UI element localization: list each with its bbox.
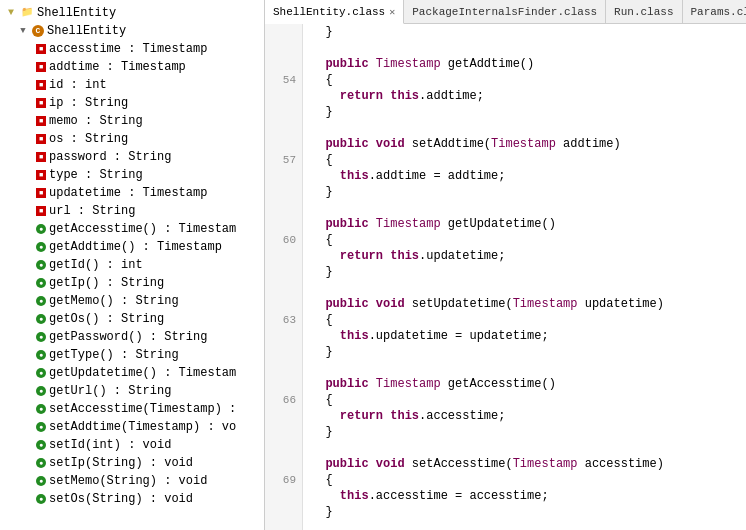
ln-blank [265, 328, 302, 344]
method-setAccesstime[interactable]: ● setAccesstime(Timestamp) : [0, 400, 264, 418]
field-memo[interactable]: ■ memo : String [0, 112, 264, 130]
code-editor[interactable]: 54 57 60 63 66 [265, 24, 746, 530]
ln-blank [265, 40, 302, 56]
tree-class-item[interactable]: ▼ C ShellEntity [0, 22, 264, 40]
field-icon: ■ [36, 206, 46, 216]
field-type[interactable]: ■ type : String [0, 166, 264, 184]
field-accesstime[interactable]: ■ accesstime : Timestamp [0, 40, 264, 58]
tree-panel: ▼ 📁 ShellEntity ▼ C ShellEntity ■ access… [0, 0, 265, 530]
ln-blank [265, 264, 302, 280]
method-getIp[interactable]: ● getIp() : String [0, 274, 264, 292]
field-id[interactable]: ■ id : int [0, 76, 264, 94]
method-icon: ● [36, 422, 46, 432]
field-icon: ■ [36, 152, 46, 162]
field-addtime[interactable]: ■ addtime : Timestamp [0, 58, 264, 76]
ln-blank [265, 424, 302, 440]
ln-57: 57 [265, 152, 302, 168]
shell-entity-folder-icon: 📁 [20, 6, 34, 20]
tree-root: ▼ 📁 ShellEntity ▼ C ShellEntity ■ access… [0, 0, 264, 512]
method-setAddtime[interactable]: ● setAddtime(Timestamp) : vo [0, 418, 264, 436]
method-icon: ● [36, 242, 46, 252]
method-getPassword[interactable]: ● getPassword() : String [0, 328, 264, 346]
ln-blank [265, 440, 302, 456]
field-icon: ■ [36, 98, 46, 108]
field-icon: ■ [36, 188, 46, 198]
code-line [311, 280, 746, 296]
tab-label: Run.class [614, 6, 673, 18]
class-icon: C [32, 25, 44, 37]
method-icon: ● [36, 350, 46, 360]
code-line [311, 120, 746, 136]
code-line [311, 200, 746, 216]
method-getId[interactable]: ● getId() : int [0, 256, 264, 274]
editor-panel: ShellEntity.class ✕ PackageInternalsFind… [265, 0, 746, 530]
code-line: { [311, 312, 746, 328]
ln-blank [265, 136, 302, 152]
field-os[interactable]: ■ os : String [0, 130, 264, 148]
ln-blank [265, 216, 302, 232]
method-getMemo[interactable]: ● getMemo() : String [0, 292, 264, 310]
field-password[interactable]: ■ password : String [0, 148, 264, 166]
close-icon[interactable]: ✕ [389, 6, 395, 18]
ln-blank [265, 248, 302, 264]
code-line: { [311, 152, 746, 168]
tree-root-item[interactable]: ▼ 📁 ShellEntity [0, 4, 264, 22]
method-icon: ● [36, 458, 46, 468]
method-icon: ● [36, 404, 46, 414]
method-getAccesstime[interactable]: ● getAccesstime() : Timestam [0, 220, 264, 238]
code-line: public void setUpdatetime(Timestamp upda… [311, 296, 746, 312]
code-line: return this.accesstime; [311, 408, 746, 424]
method-getAddtime[interactable]: ● getAddtime() : Timestamp [0, 238, 264, 256]
method-getType[interactable]: ● getType() : String [0, 346, 264, 364]
tab-params[interactable]: Params.class [683, 0, 746, 23]
fields-section: ■ accesstime : Timestamp ■ addtime : Tim… [0, 40, 264, 220]
tab-label: PackageInternalsFinder.class [412, 6, 597, 18]
method-icon: ● [36, 368, 46, 378]
class-label: ShellEntity [47, 23, 126, 39]
code-line: } [311, 264, 746, 280]
field-icon: ■ [36, 134, 46, 144]
tab-shell-entity[interactable]: ShellEntity.class ✕ [265, 0, 404, 24]
folder-icon: ▼ [4, 6, 18, 20]
ln-blank [265, 408, 302, 424]
method-getUpdatetime[interactable]: ● getUpdatetime() : Timestam [0, 364, 264, 382]
code-line: } [311, 424, 746, 440]
method-icon: ● [36, 476, 46, 486]
code-line [311, 440, 746, 456]
line-numbers: 54 57 60 63 66 [265, 24, 303, 530]
ln-blank [265, 24, 302, 40]
root-label: ShellEntity [37, 5, 116, 21]
method-icon: ● [36, 260, 46, 270]
method-getUrl[interactable]: ● getUrl() : String [0, 382, 264, 400]
method-setId[interactable]: ● setId(int) : void [0, 436, 264, 454]
method-setMemo[interactable]: ● setMemo(String) : void [0, 472, 264, 490]
ln-blank [265, 360, 302, 376]
tab-run[interactable]: Run.class [606, 0, 682, 23]
ln-blank [265, 296, 302, 312]
field-url[interactable]: ■ url : String [0, 202, 264, 220]
method-icon: ● [36, 386, 46, 396]
ln-blank [265, 504, 302, 520]
code-line: { [311, 472, 746, 488]
field-icon: ■ [36, 116, 46, 126]
method-getOs[interactable]: ● getOs() : String [0, 310, 264, 328]
method-setIp[interactable]: ● setIp(String) : void [0, 454, 264, 472]
code-content: } public Timestamp getAddtime() { return… [303, 24, 746, 530]
ln-63: 63 [265, 312, 302, 328]
method-icon: ● [36, 314, 46, 324]
ln-blank [265, 456, 302, 472]
field-ip[interactable]: ■ ip : String [0, 94, 264, 112]
method-icon: ● [36, 296, 46, 306]
tab-package-internals[interactable]: PackageInternalsFinder.class [404, 0, 606, 23]
ln-blank [265, 376, 302, 392]
code-line [311, 40, 746, 56]
ln-blank [265, 184, 302, 200]
ln-60: 60 [265, 232, 302, 248]
tab-label: ShellEntity.class [273, 6, 385, 18]
method-setOs[interactable]: ● setOs(String) : void [0, 490, 264, 508]
code-line: this.accesstime = accesstime; [311, 488, 746, 504]
field-icon: ■ [36, 44, 46, 54]
ln-blank [265, 56, 302, 72]
field-updatetime[interactable]: ■ updatetime : Timestamp [0, 184, 264, 202]
code-line: { [311, 392, 746, 408]
